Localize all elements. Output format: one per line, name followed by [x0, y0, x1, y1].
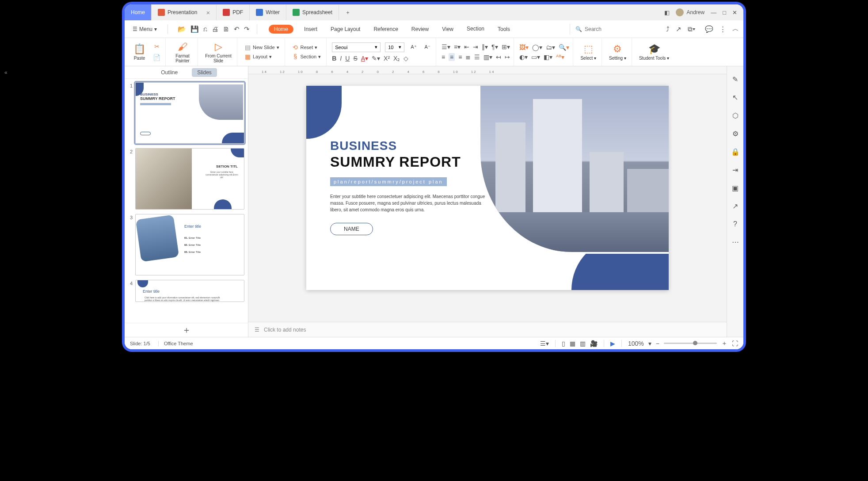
- close-icon[interactable]: ×: [206, 9, 210, 16]
- indent-more-icon[interactable]: ↦: [505, 53, 510, 61]
- normal-view-icon[interactable]: ▯: [562, 340, 565, 347]
- slideshow-view-icon[interactable]: 🎥: [590, 340, 598, 347]
- lock-icon[interactable]: 🔒: [731, 148, 740, 156]
- collapse-ribbon-icon[interactable]: ︿: [732, 25, 739, 33]
- export-icon[interactable]: 🗎: [223, 25, 229, 33]
- ribbon-tab-reference[interactable]: Reference: [371, 24, 400, 34]
- bold-icon[interactable]: B: [332, 55, 336, 62]
- shapes-icon[interactable]: ◯▾: [532, 44, 542, 51]
- slides-tab[interactable]: Slides: [192, 68, 217, 77]
- user-badge[interactable]: Andrew: [676, 8, 704, 16]
- more-icon[interactable]: ⋮: [720, 25, 726, 33]
- print-icon[interactable]: ⎌: [203, 25, 207, 33]
- export-icon[interactable]: ⇥: [732, 166, 738, 174]
- send-icon[interactable]: ↗: [676, 25, 681, 33]
- home-tab[interactable]: Home: [125, 4, 152, 20]
- bullets-icon[interactable]: ☰▾: [442, 43, 450, 50]
- underline-icon[interactable]: U: [345, 55, 350, 62]
- pen-icon[interactable]: ✎: [732, 75, 738, 84]
- cursor-icon[interactable]: ↖: [732, 93, 738, 102]
- thumbnail[interactable]: 1 BUSINESSSUMMRY REPORT: [126, 82, 244, 144]
- align-left-icon[interactable]: ≡: [442, 53, 445, 61]
- dropdown-icon[interactable]: ⧉▾: [688, 25, 695, 33]
- sliders-icon[interactable]: ⚙: [732, 130, 739, 138]
- search-box[interactable]: 🔍: [570, 24, 655, 34]
- replace-icon[interactable]: ᴬᴮ▾: [556, 53, 564, 61]
- text-direction-icon[interactable]: ¶▾: [491, 43, 498, 50]
- zoom-value[interactable]: 100%: [628, 340, 644, 347]
- sorter-view-icon[interactable]: ▦: [570, 340, 575, 347]
- strike-icon[interactable]: S: [353, 55, 357, 62]
- student-tools-button[interactable]: 🎓Student Tools ▾: [637, 42, 671, 61]
- clear-format-icon[interactable]: ◇: [404, 55, 408, 62]
- setting-button[interactable]: ⚙Setting ▾: [607, 42, 628, 61]
- font-color-icon[interactable]: A▾: [361, 55, 368, 62]
- cut-button[interactable]: ✂: [152, 42, 162, 51]
- share-icon[interactable]: ↗: [732, 202, 738, 210]
- align-text-icon[interactable]: ⊞▾: [502, 43, 510, 50]
- fill-icon[interactable]: ◐▾: [519, 53, 528, 61]
- superscript-icon[interactable]: X²: [384, 55, 390, 62]
- new-slide-button[interactable]: ▤New Slide▾: [243, 43, 281, 52]
- picture-icon[interactable]: 🖼▾: [519, 44, 529, 51]
- find-icon[interactable]: 🔍▾: [559, 44, 569, 51]
- zoom-out-icon[interactable]: −: [656, 340, 659, 347]
- highlight-icon[interactable]: ✎▾: [372, 55, 380, 62]
- doc-tab-writer[interactable]: Writer: [250, 4, 286, 20]
- ribbon-tab-insert[interactable]: Insert: [301, 24, 320, 34]
- line-spacing-icon[interactable]: ‖▾: [482, 43, 488, 50]
- shrink-font-icon[interactable]: A⁻: [423, 43, 432, 51]
- maximize-icon[interactable]: □: [723, 9, 726, 16]
- align-right-icon[interactable]: ≡: [458, 53, 462, 61]
- thumbnail[interactable]: 3 Enter title 01. Enter Title 02. Enter …: [126, 214, 244, 275]
- ribbon-tab-view[interactable]: View: [439, 24, 456, 34]
- grow-font-icon[interactable]: A⁺: [409, 43, 418, 51]
- redo-icon[interactable]: ↷: [244, 25, 250, 33]
- reading-view-icon[interactable]: ▥: [580, 340, 586, 347]
- add-slide-button[interactable]: ＋: [125, 323, 248, 337]
- layout-button[interactable]: ▦Layout▾: [243, 53, 274, 61]
- open-icon[interactable]: 📂: [178, 25, 186, 33]
- menu-button[interactable]: ☰ Menu ▾: [129, 24, 160, 34]
- clipboard-icon[interactable]: ▣: [732, 184, 739, 192]
- arrange-icon[interactable]: 🗂▾: [546, 44, 555, 51]
- doc-tab-presentation[interactable]: Presentation ×: [152, 4, 217, 20]
- more-icon[interactable]: ⋯: [732, 238, 739, 246]
- print-preview-icon[interactable]: 🖨: [212, 25, 218, 33]
- play-icon[interactable]: ▶: [610, 340, 615, 347]
- effects-icon[interactable]: ◧▾: [544, 53, 552, 61]
- outline-tab[interactable]: Outline: [156, 68, 183, 77]
- help-icon[interactable]: ?: [733, 220, 737, 228]
- align-center-icon[interactable]: ≡: [449, 53, 455, 61]
- minimize-icon[interactable]: ―: [711, 9, 716, 16]
- decrease-indent-icon[interactable]: ⇤: [464, 43, 469, 50]
- save-icon[interactable]: 💾: [190, 25, 199, 33]
- doc-tab-spreadsheet[interactable]: Spreadsheet: [286, 4, 339, 20]
- thumbnail[interactable]: 4 Enter title Click here to add your inf…: [126, 280, 244, 302]
- indent-less-icon[interactable]: ↤: [496, 53, 501, 61]
- thumbnail[interactable]: 2 SETION TITL Enter your subtitle here c…: [126, 148, 244, 210]
- paste-button[interactable]: 📋Paste: [132, 42, 147, 61]
- search-input[interactable]: [585, 26, 655, 32]
- italic-icon[interactable]: I: [340, 55, 342, 62]
- font-size-combo[interactable]: 10▾: [385, 42, 404, 52]
- text-block[interactable]: BUSINESS SUMMRY REPORT plan/report/summr…: [330, 139, 498, 235]
- subscript-icon[interactable]: X₂: [393, 55, 400, 62]
- format-painter-button[interactable]: 🖌Farmat Painter: [171, 40, 194, 64]
- chat-icon[interactable]: 💬: [705, 25, 713, 33]
- outline-icon[interactable]: ▭▾: [531, 53, 540, 61]
- new-tab-button[interactable]: ＋: [339, 4, 357, 20]
- from-current-slide-button[interactable]: ▷From Current Slide: [203, 40, 233, 64]
- ribbon-tab-review[interactable]: Review: [409, 24, 431, 34]
- reset-button[interactable]: ⟲Reset▾: [290, 43, 320, 52]
- menu-view-icon[interactable]: ☰▾: [540, 340, 549, 347]
- close-window-icon[interactable]: ✕: [732, 9, 737, 16]
- shape-icon[interactable]: ⬡: [732, 111, 739, 120]
- fit-icon[interactable]: ⛶: [732, 340, 738, 347]
- justify-icon[interactable]: ≣: [465, 53, 471, 61]
- numbering-icon[interactable]: ≡▾: [454, 43, 461, 50]
- zoom-in-icon[interactable]: ＋: [721, 340, 727, 347]
- doc-tab-pdf[interactable]: PDF: [217, 4, 250, 20]
- ribbon-tab-home[interactable]: Home: [269, 25, 293, 34]
- ribbon-tab-page-layout[interactable]: Page Layout: [328, 24, 363, 34]
